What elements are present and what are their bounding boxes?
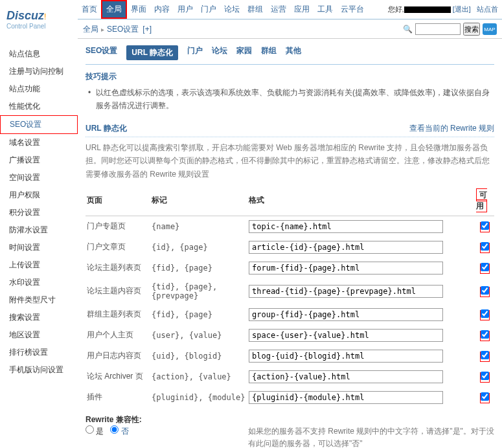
search-button[interactable]: 搜索 (463, 23, 480, 36)
compat-no[interactable]: 否 (110, 427, 128, 436)
table-row: 群组主题列表页{fid}, {page} (86, 304, 494, 325)
avail-checkbox[interactable] (481, 263, 489, 271)
breadcrumb-root[interactable]: 全局 (83, 24, 98, 35)
search-icon[interactable]: 🔍 (403, 25, 413, 34)
map-icon[interactable]: MAP (483, 23, 497, 35)
tab-2[interactable]: 门户 (187, 45, 203, 60)
avail-checkbox[interactable] (481, 309, 489, 318)
sidebar-item-16[interactable]: 地区设置 (0, 326, 78, 344)
row-page: 论坛主题列表页 (86, 258, 150, 278)
avail-checkbox[interactable] (481, 372, 489, 380)
tab-6[interactable]: 其他 (286, 45, 301, 60)
row-tag: {user}, {value} (150, 325, 247, 346)
th-page: 页面 (86, 186, 150, 216)
tab-0[interactable]: SEO设置 (86, 45, 117, 60)
th-avail-label: 可用 (476, 188, 487, 212)
topnav-item-10[interactable]: 工具 (314, 1, 337, 17)
avail-checkbox[interactable] (481, 330, 489, 339)
topnav-item-7[interactable]: 群组 (244, 1, 267, 17)
topnav-item-9[interactable]: 应用 (290, 1, 314, 17)
avail-checkbox[interactable] (481, 286, 489, 295)
tab-4[interactable]: 家园 (236, 45, 252, 60)
sidebar-item-3[interactable]: 性能优化 (0, 98, 78, 115)
topnav-item-5[interactable]: 门户 (197, 1, 220, 17)
row-tag: {name} (150, 216, 247, 237)
logo-text: Discuz (6, 9, 44, 22)
sidebar-item-11[interactable]: 时间设置 (0, 239, 78, 256)
row-page: 门户专题页 (86, 216, 150, 237)
compat-label: Rewrite 兼容性: (86, 415, 142, 424)
breadcrumb-current[interactable]: SEO设置 (107, 24, 139, 35)
avail-checkbox[interactable] (481, 392, 489, 401)
compat-no-radio[interactable] (110, 425, 119, 434)
row-tag: {id}, {page} (150, 237, 247, 258)
topnav-item-11[interactable]: 云平台 (337, 1, 368, 17)
breadcrumb-add[interactable]: [+] (143, 25, 152, 34)
format-input[interactable] (249, 220, 443, 233)
sidebar-item-12[interactable]: 上传设置 (0, 256, 78, 274)
row-tag: {uid}, {blogid} (150, 346, 247, 366)
table-row: 论坛 Archiver 页{action}, {value} (86, 366, 494, 387)
topnav-item-6[interactable]: 论坛 (220, 1, 244, 17)
format-input[interactable] (249, 262, 443, 274)
breadcrumb: 全局 ▸ SEO设置 [+] 🔍 搜索 MAP (78, 19, 502, 39)
sidebar-item-6[interactable]: 广播设置 (0, 151, 78, 169)
username-redacted (404, 6, 451, 13)
tab-5[interactable]: 群组 (261, 45, 277, 60)
sidebar-item-14[interactable]: 附件类型尺寸 (0, 291, 78, 309)
sidebar-item-7[interactable]: 空间设置 (0, 169, 78, 186)
topnav-item-0[interactable]: 首页 (78, 1, 101, 17)
topnav-item-2[interactable]: 界面 (127, 1, 150, 17)
topnav-item-3[interactable]: 内容 (150, 1, 174, 17)
row-tag: {fid}, {page} (150, 258, 247, 278)
table-row: 用户日志内容页{uid}, {blogid} (86, 346, 494, 366)
sidebar-item-2[interactable]: 站点功能 (0, 80, 78, 98)
format-input[interactable] (249, 285, 443, 298)
table-row: 论坛主题列表页{fid}, {page} (86, 258, 494, 278)
format-input[interactable] (249, 370, 443, 383)
sidebar-item-13[interactable]: 水印设置 (0, 274, 78, 291)
sidebar-item-5[interactable]: 域名设置 (0, 134, 78, 151)
format-input[interactable] (249, 241, 443, 254)
tabs: SEO设置URL 静态化门户论坛家园群组其他 (86, 45, 494, 65)
topnav-item-1[interactable]: 全局 (101, 0, 127, 19)
section-title: URL 静态化 (86, 123, 127, 134)
sidebar-item-4[interactable]: SEO设置 (0, 115, 78, 134)
topnav-item-8[interactable]: 运营 (267, 1, 290, 17)
search-input[interactable] (415, 23, 461, 35)
compat-yes-radio[interactable] (86, 425, 94, 434)
sidebar-item-1[interactable]: 注册与访问控制 (0, 63, 78, 80)
row-tag: {tid}, {page}, {prevpage} (150, 278, 247, 304)
sidebar-item-18[interactable]: 手机版访问设置 (0, 361, 78, 379)
format-input[interactable] (249, 391, 443, 404)
row-page: 插件 (86, 387, 150, 408)
sidebar-item-17[interactable]: 排行榜设置 (0, 344, 78, 361)
site-home-link[interactable]: 站点首 (477, 5, 498, 13)
main-content: SEO设置URL 静态化门户论坛家园群组其他 技巧提示 以红色虚线标示的选项，表… (78, 39, 502, 448)
table-row: 门户文章页{id}, {page} (86, 237, 494, 258)
sidebar-item-15[interactable]: 搜索设置 (0, 309, 78, 326)
sidebar-item-0[interactable]: 站点信息 (0, 45, 78, 63)
sidebar-item-9[interactable]: 积分设置 (0, 204, 78, 221)
format-input[interactable] (249, 329, 443, 342)
tips-title: 技巧提示 (86, 71, 494, 82)
tips-body: 以红色虚线标示的选项，表示该选项和系统效率、负载能力与资源消耗有关(提高效率、或… (86, 86, 494, 113)
view-rewrite-link[interactable]: 查看当前的 Rewrite 规则 (409, 123, 494, 134)
url-table: 页面 标记 格式 可用 门户专题页{name}门户文章页{id}, {page}… (86, 186, 494, 408)
tab-3[interactable]: 论坛 (212, 45, 227, 60)
format-input[interactable] (249, 350, 443, 363)
table-row: 门户专题页{name} (86, 216, 494, 237)
compat-note: 如果您的服务器不支持 Rewrite 规则中的中文字符，请选择"是"。对于没有此… (248, 425, 494, 448)
topnav-item-4[interactable]: 用户 (174, 1, 197, 17)
avail-checkbox[interactable] (481, 351, 489, 359)
row-page: 论坛 Archiver 页 (86, 366, 150, 387)
compat-yes[interactable]: 是 (86, 427, 104, 436)
logout-link[interactable]: [退出] (453, 5, 471, 13)
sidebar-item-8[interactable]: 用户权限 (0, 186, 78, 204)
table-row: 用户个人主页{user}, {value} (86, 325, 494, 346)
sidebar-item-10[interactable]: 防灌水设置 (0, 221, 78, 239)
avail-checkbox[interactable] (481, 221, 489, 230)
format-input[interactable] (249, 308, 443, 321)
tab-1[interactable]: URL 静态化 (126, 45, 178, 60)
avail-checkbox[interactable] (481, 242, 489, 251)
